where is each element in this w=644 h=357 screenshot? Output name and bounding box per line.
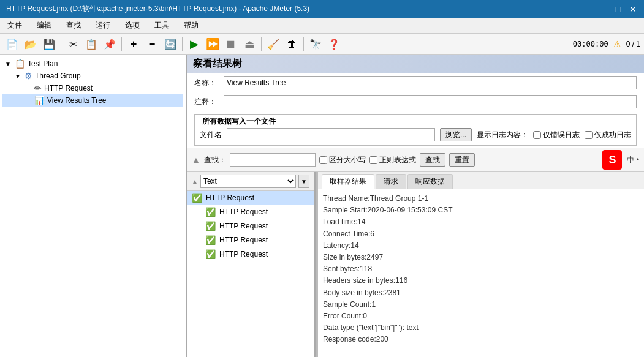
content-area: ▲ Text ▼ ✅ HTTP Request ✅ HTTP Request <box>187 172 644 357</box>
menu-options[interactable]: 选项 <box>123 19 142 32</box>
toggle-test-plan[interactable]: ▼ <box>5 61 12 67</box>
list-label-0: HTTP Request <box>206 194 254 202</box>
paste-button[interactable]: 📌 <box>101 36 118 53</box>
log-options: 显示日志内容： 仅错误日志 仅成功日志 <box>477 130 631 140</box>
maximize-button[interactable]: □ <box>613 4 623 14</box>
minimize-button[interactable]: — <box>599 4 608 14</box>
success-log-check[interactable] <box>585 131 593 139</box>
regex-label: 正则表达式 <box>379 155 416 165</box>
start-no-pause-button[interactable]: ⏩ <box>204 36 221 53</box>
error-log-check[interactable] <box>533 131 541 139</box>
search-input[interactable] <box>230 153 316 167</box>
tree-list-header: ▲ Text ▼ <box>187 172 314 191</box>
tree-node-http-request[interactable]: ✏ HTTP Request <box>2 82 183 94</box>
main-area: ▼ 📋 Test Plan ▼ ⚙ Thread Group ✏ HTTP Re… <box>0 55 644 357</box>
tree-list-panel: ▲ Text ▼ ✅ HTTP Request ✅ HTTP Request <box>187 172 316 357</box>
label-thread-group: Thread Group <box>35 72 81 80</box>
detail-line-10: Error Count:0 <box>323 310 639 322</box>
status-icon-0: ✅ <box>192 193 202 203</box>
label-view-results-tree: View Results Tree <box>47 96 107 105</box>
reset-button[interactable]: 重置 <box>449 153 475 167</box>
find-button[interactable]: 查找 <box>420 153 445 167</box>
file-row: 文件名 浏览... 显示日志内容： 仅错误日志 仅成功日志 <box>200 127 631 143</box>
brand-area: S 中 • <box>602 150 639 170</box>
list-item-2[interactable]: ✅ HTTP Request <box>187 219 314 233</box>
menu-help[interactable]: 帮助 <box>181 19 201 32</box>
file-input[interactable] <box>227 128 435 141</box>
tree-node-view-results-tree[interactable]: 📊 View Results Tree <box>2 94 183 107</box>
copy-button[interactable]: 📋 <box>83 36 100 53</box>
shutdown-button[interactable]: ⏏ <box>241 36 258 53</box>
list-item-0[interactable]: ✅ HTTP Request <box>187 191 314 205</box>
clear-all-button[interactable]: 🗑 <box>283 36 300 53</box>
search-button[interactable]: 🔭 <box>307 36 324 53</box>
menu-run[interactable]: 运行 <box>93 19 113 32</box>
menu-edit[interactable]: 编辑 <box>34 19 54 32</box>
cut-button[interactable]: ✂ <box>64 36 81 53</box>
tab-response-data[interactable]: 响应数据 <box>407 174 453 189</box>
elapsed-time: 00:00:00 <box>573 40 608 48</box>
menu-file[interactable]: 文件 <box>5 19 25 32</box>
tree-node-test-plan[interactable]: ▼ 📋 Test Plan <box>2 58 183 70</box>
detail-line-5: Size in bytes:2497 <box>323 252 639 263</box>
menubar: 文件 编辑 查找 运行 选项 工具 帮助 <box>0 18 644 34</box>
case-sensitive-checkbox[interactable]: 区分大小写 <box>319 155 366 165</box>
icon-thread-group: ⚙ <box>25 71 32 81</box>
start-button[interactable]: ▶ <box>186 36 203 53</box>
new-button[interactable]: 📄 <box>4 36 21 53</box>
regex-checkbox[interactable]: 正则表达式 <box>369 155 416 165</box>
label-test-plan: Test Plan <box>28 59 58 68</box>
name-label: 名称： <box>194 78 219 88</box>
status-icon-1: ✅ <box>205 207 216 217</box>
expand-button[interactable]: + <box>125 36 142 53</box>
list-item-3[interactable]: ✅ HTTP Request <box>187 233 314 247</box>
tree-list-dropdown-arrow[interactable]: ▼ <box>298 175 309 188</box>
menu-find[interactable]: 查找 <box>64 19 83 32</box>
list-label-4: HTTP Request <box>219 250 268 258</box>
close-button[interactable]: ✕ <box>628 4 638 14</box>
clear-button[interactable]: 🧹 <box>265 36 282 53</box>
remote-button[interactable]: 🔄 <box>162 36 179 53</box>
regex-check[interactable] <box>369 156 377 164</box>
collapse-button[interactable]: − <box>143 36 161 53</box>
titlebar-controls: — □ ✕ <box>599 4 638 14</box>
detail-line-7: Headers size in bytes:116 <box>323 275 639 287</box>
status-icon-3: ✅ <box>205 235 216 245</box>
case-sensitive-label: 区分大小写 <box>329 155 366 165</box>
help-button[interactable]: ❓ <box>325 36 343 53</box>
icon-view-results-tree: 📊 <box>34 96 45 105</box>
icon-http-request: ✏ <box>34 83 42 93</box>
titlebar-title: HTTP Request.jmx (D:\软件\apache-jmeter-5.… <box>6 4 309 14</box>
toolbar-sep-3 <box>182 37 183 51</box>
detail-line-8: Body size in bytes:2381 <box>323 287 639 299</box>
success-log-label: 仅成功日志 <box>594 130 631 140</box>
open-button[interactable]: 📂 <box>22 36 39 53</box>
comment-input[interactable] <box>224 95 637 108</box>
list-item-4[interactable]: ✅ HTTP Request <box>187 247 314 261</box>
search-label: 查找： <box>204 155 226 165</box>
error-log-checkbox[interactable]: 仅错误日志 <box>533 130 580 140</box>
tab-request[interactable]: 请求 <box>376 174 406 189</box>
panel-title-bar: 察看结果树 <box>187 55 644 73</box>
tab-sampler-results[interactable]: 取样器结果 <box>322 174 374 189</box>
toggle-thread-group[interactable]: ▼ <box>15 73 22 80</box>
tree-node-thread-group[interactable]: ▼ ⚙ Thread Group <box>2 70 183 82</box>
file-label: 文件名 <box>200 130 222 140</box>
name-input[interactable] <box>224 76 637 89</box>
menu-tools[interactable]: 工具 <box>152 19 172 32</box>
search-bar: ▲ 查找： 区分大小写 正则表达式 查找 重置 S 中 • <box>187 148 644 172</box>
list-item-1[interactable]: ✅ HTTP Request <box>187 205 314 219</box>
brand-text: 中 • <box>627 155 639 165</box>
detail-line-6: Sent bytes:118 <box>323 263 639 275</box>
view-type-select[interactable]: Text <box>200 175 296 188</box>
name-row: 名称： <box>187 73 644 92</box>
save-button[interactable]: 💾 <box>40 36 58 53</box>
success-log-checkbox[interactable]: 仅成功日志 <box>585 130 631 140</box>
arrow-up-small: ▲ <box>192 178 198 185</box>
case-sensitive-check[interactable] <box>319 156 327 164</box>
search-bar-arrow-up: ▲ <box>192 155 200 165</box>
list-label-1: HTTP Request <box>219 208 268 216</box>
browse-button[interactable]: 浏览... <box>440 128 472 141</box>
stop-button[interactable]: ⏹ <box>222 36 240 53</box>
details-panel: 取样器结果 请求 响应数据 Thread Name:Thread Group 1… <box>318 172 644 357</box>
